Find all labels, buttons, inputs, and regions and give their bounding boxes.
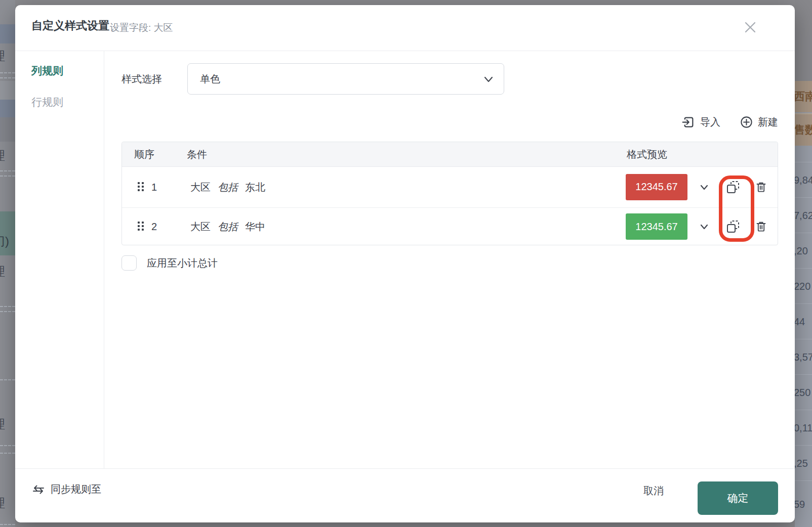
style-select-dropdown[interactable]: 单色 [187,63,504,95]
rule-condition: 大区包括华中 [190,220,265,234]
bg-left-text: 理 [0,264,15,279]
bg-right-value: 3,57 [795,339,812,375]
bg-left-dash [0,311,15,312]
condition-operator: 包括 [218,181,238,192]
apply-subtotal-label: 应用至小计总计 [147,256,218,270]
condition-value: 东北 [245,181,265,192]
rules-toolbar: 导入 新建 [682,115,778,129]
bg-right-header-cell: 售数 [795,113,812,146]
bg-right-value: 9,84 [795,162,812,198]
bg-left-dash [0,170,15,171]
header-divider [15,51,795,51]
tab-row-rules[interactable]: 行规则 [31,95,63,109]
format-preview-swatch[interactable]: 12345.67 [626,213,687,240]
bg-left-band [0,100,15,117]
bg-right-header-cell: 西南 [795,81,812,112]
dialog-subtitle: 设置字段: 大区 [110,21,173,34]
bg-left-band [0,81,15,100]
rules-table-header: 顺序 条件 格式预览 [122,142,778,167]
background-table-right-edge: 西南 售数 9,84 7,62 ,20 220 44 3,57 250 0,11… [795,0,812,527]
create-rule-button[interactable]: 新建 [740,115,778,129]
bg-left-dash [0,524,15,525]
bg-left-text: 理 [0,49,15,64]
drag-handle-icon[interactable] [138,222,144,231]
bg-right-value: 220 [795,268,812,304]
bg-left-band [0,24,15,43]
rules-table: 顺序 条件 格式预览 1 大区包括东北 12345.67 [121,142,778,245]
chevron-down-icon[interactable] [698,181,710,193]
bg-left-dash [0,77,15,78]
condition-field: 大区 [190,181,211,192]
import-icon [682,115,696,129]
background-table-left-edge: 理 理 门) 理 理 理 [0,0,15,527]
import-button[interactable]: 导入 [682,115,720,129]
bg-right-value: ,20 [795,233,812,269]
style-select-value: 单色 [200,72,220,86]
create-rule-label: 新建 [758,115,778,129]
dialog-title: 自定义样式设置 [31,18,109,33]
copy-rule-icon[interactable] [725,219,741,234]
format-preview-swatch[interactable]: 12345.67 [626,174,687,200]
sync-rules-button[interactable]: 同步规则至 [31,482,101,496]
plus-circle-icon [740,115,753,129]
chevron-down-icon[interactable] [698,221,710,233]
chevron-down-icon [481,72,496,86]
column-header-condition: 条件 [187,148,207,161]
apply-subtotal-checkbox[interactable] [121,255,137,271]
bg-left-dash [0,306,15,307]
copy-rule-icon[interactable] [725,180,741,195]
bg-left-dash [0,445,15,446]
custom-style-dialog: 自定义样式设置 设置字段: 大区 列规则 行规则 样式选择 单色 导入 [15,5,795,522]
cancel-button[interactable]: 取消 [630,480,677,501]
rule-order: 2 [151,221,157,233]
rule-order: 1 [151,181,157,193]
condition-field: 大区 [190,221,211,232]
import-label: 导入 [700,115,720,129]
bg-right-value: ,25 [795,445,812,481]
style-select-label: 样式选择 [121,72,162,86]
bg-right-top [795,0,812,81]
rule-row: 2 大区包括华中 12345.67 [122,208,778,245]
sync-arrows-icon [31,484,46,495]
bg-left-dash [0,453,15,454]
condition-operator: 包括 [218,221,238,232]
footer-divider [15,468,795,469]
bg-left-text: 理 [0,496,15,511]
delete-rule-icon[interactable] [755,221,767,233]
drag-handle-icon[interactable] [138,182,144,191]
bg-left-text: 理 [0,417,15,432]
bg-right-value: 44 [795,303,812,339]
bg-left-dash [0,379,15,380]
bg-left-band [0,117,15,142]
tab-column-rules[interactable]: 列规则 [31,64,63,78]
bg-left-text: 门) [0,234,15,249]
bg-right-value: 59 [795,480,812,527]
bg-right-value: 7,62 [795,197,812,233]
close-icon[interactable] [743,20,757,34]
column-header-order: 顺序 [134,148,154,161]
sidebar-divider [104,51,104,468]
delete-rule-icon[interactable] [755,181,767,193]
condition-value: 华中 [245,221,265,232]
bg-left-text: 理 [0,148,15,163]
bg-left-dash [0,72,15,73]
confirm-button[interactable]: 确定 [698,481,778,515]
bg-left-dash [0,175,15,177]
apply-subtotal-row: 应用至小计总计 [121,255,218,271]
rule-row: 1 大区包括东北 12345.67 [122,166,778,208]
sync-rules-label: 同步规则至 [51,482,101,496]
rule-condition: 大区包括东北 [190,180,265,194]
column-header-preview: 格式预览 [627,148,667,161]
bg-right-value: 250 [795,374,812,410]
bg-right-value: 0,11 [795,410,812,446]
